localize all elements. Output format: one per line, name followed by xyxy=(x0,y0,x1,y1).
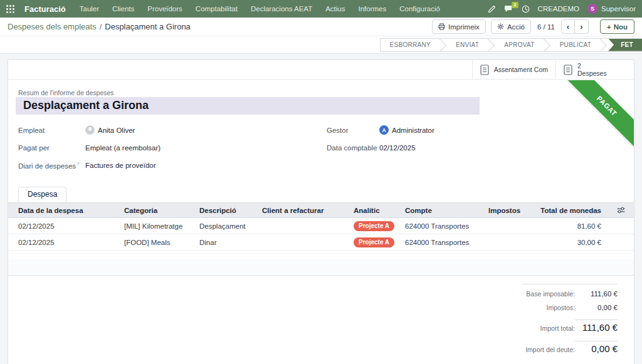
paid-by-field-value[interactable]: Empleat (a reembolsar) xyxy=(85,144,160,152)
gear-icon xyxy=(497,23,504,30)
cell-account: 624000 Transportes xyxy=(395,239,478,246)
app-name[interactable]: Facturació xyxy=(24,4,66,14)
pager-value[interactable]: 6 / 11 xyxy=(537,23,555,31)
cell-account: 624000 Transportes xyxy=(395,222,478,230)
tab-despesa-active[interactable]: Despesa xyxy=(18,187,66,202)
new-record-button[interactable]: + Nou xyxy=(600,19,634,34)
expense-line-row[interactable]: 02/12/2025 [MIL] Kilometratge Desplaçame… xyxy=(8,218,634,234)
expenses-count: 2 xyxy=(577,62,607,70)
print-button[interactable]: Imprimeix xyxy=(432,19,486,34)
table-empty-rows xyxy=(8,251,634,276)
record-sheet: Assentament Com 2 Despeses PAGAT Resum d… xyxy=(8,60,634,364)
cell-category: [MIL] Kilometratge xyxy=(114,222,189,230)
taxes-value: 0,00 € xyxy=(575,304,618,311)
totals-section: Base imposable: 111,60 € Impostos: 0,00 … xyxy=(8,284,634,360)
status-separator xyxy=(488,39,495,51)
notebook-tabs: Despesa xyxy=(8,187,634,202)
status-step-esborrany[interactable]: ESBORRANY xyxy=(381,39,441,51)
menu-comptabilitat[interactable]: Comptabilitat xyxy=(196,5,238,13)
expense-line-row[interactable]: 02/12/2025 [FOOD] Meals Dinar Projecte A… xyxy=(8,234,634,251)
header-account[interactable]: Compte xyxy=(395,207,478,214)
menu-actius[interactable]: Actius xyxy=(325,5,345,13)
company-name[interactable]: CREADEMO xyxy=(538,5,579,13)
breadcrumb-current: Desplaçament a Girona xyxy=(105,22,191,31)
accounting-date-field-label: Data comptable xyxy=(327,144,379,152)
expense-lines-table: Data de la despesa Categoria Descripció … xyxy=(8,202,634,276)
cell-total: 30,00 € xyxy=(534,239,608,246)
cell-expense-date: 02/12/2025 xyxy=(8,239,114,246)
plus-icon: + xyxy=(607,23,611,31)
pager-next-button[interactable]: › xyxy=(575,19,589,34)
header-total[interactable]: Total de monedas xyxy=(534,207,608,214)
action-button[interactable]: Acció xyxy=(491,19,531,34)
user-avatar: S xyxy=(587,4,597,14)
cell-description: Dinar xyxy=(189,239,252,246)
expense-journal-field-value[interactable]: Factures de proveïdor xyxy=(85,162,156,169)
header-taxes[interactable]: Impostos xyxy=(478,207,534,214)
employee-avatar xyxy=(85,125,95,135)
optional-columns-icon[interactable] xyxy=(608,207,634,214)
menu-informes[interactable]: Informes xyxy=(359,5,387,13)
messages-icon[interactable]: 2 xyxy=(504,5,513,13)
cell-analytic: Projecte A xyxy=(344,221,395,231)
untaxed-amount-value: 111,60 € xyxy=(575,290,618,298)
total-amount-label: Import total: xyxy=(522,325,575,332)
manager-field-value[interactable]: A Administrator xyxy=(379,125,434,135)
main-menu: Tauler Clients Proveïdors Comptabilitat … xyxy=(80,5,440,13)
menu-tauler[interactable]: Tauler xyxy=(80,5,99,13)
messages-count-badge: 2 xyxy=(512,2,518,9)
breadcrumb: Despeses dels empleats / Desplaçament a … xyxy=(8,22,191,31)
pager-previous-button[interactable]: ‹ xyxy=(561,19,575,34)
screen: Facturació Tauler Clients Proveïdors Com… xyxy=(0,0,642,364)
expenses-document-icon xyxy=(564,65,572,75)
taxes-label: Impostos: xyxy=(522,304,575,311)
activities-clock-icon[interactable] xyxy=(522,5,530,13)
header-analytic[interactable]: Analític xyxy=(344,207,395,214)
header-category[interactable]: Categoria xyxy=(114,207,189,214)
user-name: Supervisor xyxy=(601,5,636,13)
journal-entry-smart-button[interactable]: Assentament Com xyxy=(472,60,555,79)
help-tooltip-icon[interactable]: ? xyxy=(76,161,79,167)
status-row: ESBORRANY ENVIAT APROVAT PUBLICAT FET xyxy=(0,36,642,54)
expenses-smart-button[interactable]: 2 Despeses xyxy=(555,60,634,79)
smart-button-row: Assentament Com 2 Despeses xyxy=(8,60,634,80)
status-step-aprovat[interactable]: APROVAT xyxy=(495,39,544,51)
menu-configuracio[interactable]: Configuració xyxy=(399,5,440,13)
manager-avatar: A xyxy=(379,125,389,135)
cell-description: Desplaçament xyxy=(189,222,252,230)
analytic-tag: Projecte A xyxy=(354,221,394,231)
cell-total: 81,60 € xyxy=(534,222,608,230)
chevron-left-icon: ‹ xyxy=(567,22,569,31)
amount-due-value: 0,00 € xyxy=(575,341,618,354)
menu-clients[interactable]: Clients xyxy=(112,5,134,13)
expenses-label: Despeses xyxy=(577,70,607,77)
status-separator xyxy=(544,39,550,51)
expense-report-title-input[interactable]: Desplaçament a Girona xyxy=(16,97,480,115)
untaxed-amount-label: Base imposable: xyxy=(522,290,575,298)
menu-declaracions-aeat[interactable]: Declaracions AEAT xyxy=(251,5,312,13)
apps-grid-icon[interactable] xyxy=(6,5,14,13)
form-view: Assentament Com 2 Despeses PAGAT Resum d… xyxy=(0,54,642,364)
cell-category: [FOOD] Meals xyxy=(114,239,189,246)
menu-proveidors[interactable]: Proveïdors xyxy=(147,5,182,13)
statusbar: ESBORRANY ENVIAT APROVAT PUBLICAT FET xyxy=(380,38,642,52)
printer-icon xyxy=(438,23,445,30)
breadcrumb-parent-link[interactable]: Despeses dels empleats xyxy=(8,22,97,31)
edit-pencil-icon[interactable] xyxy=(488,5,496,13)
status-separator xyxy=(601,39,607,51)
accounting-date-field-value[interactable]: 02/12/2025 xyxy=(379,144,416,152)
control-panel: Despeses dels empleats / Desplaçament a … xyxy=(0,18,642,36)
employee-field-value[interactable]: Anita Oliver xyxy=(85,125,135,135)
status-step-fet-active[interactable]: FET xyxy=(608,39,642,51)
total-amount-value: 111,60 € xyxy=(575,320,618,333)
header-client[interactable]: Client a refacturar xyxy=(252,207,344,214)
status-separator xyxy=(440,39,446,51)
amount-due-label: Import del deute: xyxy=(522,346,575,353)
header-description[interactable]: Descripció xyxy=(189,207,252,214)
header-expense-date[interactable]: Data de la despesa xyxy=(8,207,114,214)
employee-field-label: Empleat xyxy=(18,127,85,134)
user-menu[interactable]: S Supervisor xyxy=(587,4,636,14)
journal-document-icon xyxy=(480,65,489,75)
manager-field-label: Gestor xyxy=(327,127,379,134)
analytic-tag: Projecte A xyxy=(354,237,394,247)
